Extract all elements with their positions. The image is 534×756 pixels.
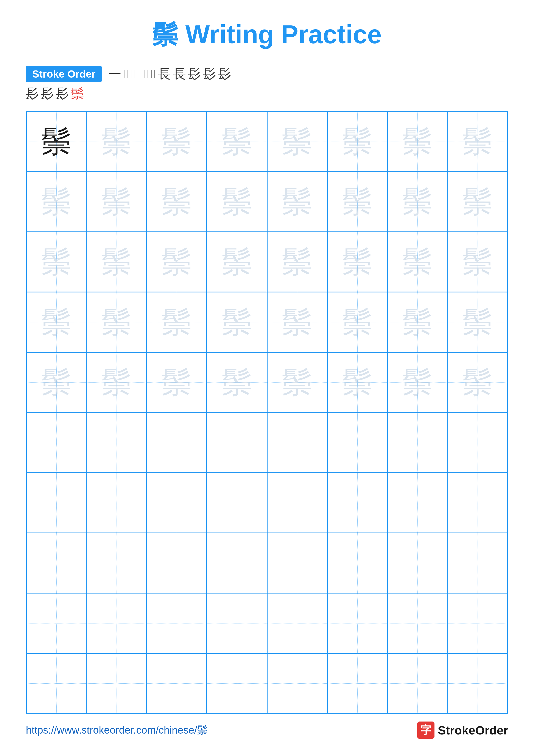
cell-character: 鬃 bbox=[101, 247, 132, 277]
grid-row: 鬃 鬃 鬃 鬃 鬃 鬃 鬃 鬃 bbox=[26, 352, 508, 413]
footer-url[interactable]: https://www.strokeorder.com/chinese/鬃 bbox=[26, 723, 207, 737]
grid-cell: 鬃 bbox=[207, 111, 267, 172]
cell-character: 鬃 bbox=[222, 187, 252, 217]
grid-cell-empty bbox=[327, 653, 387, 713]
grid-row-empty bbox=[26, 413, 508, 472]
grid-cell-empty bbox=[327, 533, 387, 593]
grid-cell: 鬃 bbox=[87, 232, 146, 292]
grid-cell: 鬃 bbox=[26, 292, 87, 352]
grid-cell-empty bbox=[87, 472, 146, 533]
grid-cell-empty bbox=[447, 413, 508, 472]
cell-character: 鬃 bbox=[463, 247, 493, 277]
cell-character: 鬃 bbox=[463, 307, 493, 337]
cell-character: 鬃 bbox=[222, 126, 252, 157]
grid-cell-empty bbox=[207, 593, 267, 653]
grid-row: 鬃 鬃 鬃 鬃 鬃 鬃 鬃 鬃 bbox=[26, 232, 508, 292]
stroke-step: 𠄑 bbox=[151, 67, 156, 81]
stroke-step: 髟 bbox=[218, 65, 231, 83]
grid-cell-empty bbox=[207, 413, 267, 472]
grid-cell: 鬃 bbox=[87, 172, 146, 232]
cell-character: 鬃 bbox=[282, 187, 312, 217]
stroke-steps-row1: 一 𠃌 𠃊 𠄌 𠄎 𠄑 長 長 髟 髟 髟 bbox=[108, 65, 231, 83]
grid-cell-empty bbox=[207, 472, 267, 533]
grid-cell-empty bbox=[87, 593, 146, 653]
grid-cell: 鬃 bbox=[147, 292, 207, 352]
grid-cell-empty bbox=[447, 472, 508, 533]
stroke-step-final: 鬃 bbox=[71, 85, 84, 102]
stroke-step: 髟 bbox=[188, 65, 201, 83]
cell-character: 鬃 bbox=[162, 187, 192, 217]
grid-cell-empty bbox=[267, 533, 327, 593]
cell-character: 鬃 bbox=[342, 247, 372, 277]
stroke-order-badge: Stroke Order bbox=[26, 66, 102, 82]
grid-cell-empty bbox=[207, 653, 267, 713]
cell-character: 鬃 bbox=[342, 126, 372, 157]
grid-cell-empty bbox=[267, 413, 327, 472]
grid-cell: 鬃 bbox=[26, 111, 87, 172]
cell-character: 鬃 bbox=[41, 126, 71, 157]
grid-cell: 鬃 bbox=[447, 232, 508, 292]
stroke-step: 長 bbox=[173, 65, 186, 83]
practice-grid: 鬃 鬃 鬃 鬃 鬃 鬃 鬃 鬃 鬃 鬃 鬃 鬃 鬃 鬃 鬃 鬃 鬃 鬃 鬃 鬃 … bbox=[26, 111, 508, 714]
grid-cell-empty bbox=[387, 472, 447, 533]
cell-character: 鬃 bbox=[342, 367, 372, 397]
grid-cell-empty bbox=[147, 413, 207, 472]
cell-character: 鬃 bbox=[402, 187, 433, 217]
grid-cell-empty bbox=[26, 533, 87, 593]
stroke-step: 𠄌 bbox=[137, 67, 142, 81]
grid-cell: 鬃 bbox=[387, 352, 447, 413]
cell-character: 鬃 bbox=[463, 367, 493, 397]
grid-cell: 鬃 bbox=[207, 292, 267, 352]
grid-cell-empty bbox=[387, 653, 447, 713]
cell-character: 鬃 bbox=[162, 126, 192, 157]
grid-cell-empty bbox=[26, 593, 87, 653]
footer-logo-text: StrokeOrder bbox=[438, 723, 508, 737]
grid-cell-empty bbox=[447, 653, 508, 713]
cell-character: 鬃 bbox=[342, 307, 372, 337]
grid-cell-empty bbox=[207, 533, 267, 593]
cell-character: 鬃 bbox=[101, 187, 132, 217]
stroke-step: 髟 bbox=[41, 85, 54, 102]
cell-character: 鬃 bbox=[402, 126, 433, 157]
cell-character: 鬃 bbox=[402, 247, 433, 277]
grid-cell-empty bbox=[327, 593, 387, 653]
grid-cell: 鬃 bbox=[26, 232, 87, 292]
grid-cell: 鬃 bbox=[267, 111, 327, 172]
cell-character: 鬃 bbox=[101, 307, 132, 337]
grid-row: 鬃 鬃 鬃 鬃 鬃 鬃 鬃 鬃 bbox=[26, 172, 508, 232]
grid-cell: 鬃 bbox=[267, 352, 327, 413]
grid-cell-empty bbox=[87, 533, 146, 593]
stroke-order-row-2: 髟 髟 髟 鬃 bbox=[26, 85, 508, 102]
grid-cell-empty bbox=[87, 413, 146, 472]
cell-character: 鬃 bbox=[342, 187, 372, 217]
cell-character: 鬃 bbox=[41, 307, 71, 337]
page-title: 鬃 Writing Practice bbox=[152, 17, 382, 52]
cell-character: 鬃 bbox=[41, 187, 71, 217]
grid-cell-empty bbox=[26, 472, 87, 533]
cell-character: 鬃 bbox=[162, 307, 192, 337]
cell-character: 鬃 bbox=[282, 126, 312, 157]
grid-cell-empty bbox=[447, 593, 508, 653]
grid-cell: 鬃 bbox=[207, 172, 267, 232]
footer-logo: 字 StrokeOrder bbox=[417, 721, 508, 739]
grid-row-empty bbox=[26, 472, 508, 533]
grid-cell: 鬃 bbox=[447, 111, 508, 172]
cell-character: 鬃 bbox=[463, 187, 493, 217]
cell-character: 鬃 bbox=[41, 247, 71, 277]
cell-character: 鬃 bbox=[101, 367, 132, 397]
page-container: 鬃 Writing Practice Stroke Order 一 𠃌 𠃊 𠄌 … bbox=[0, 0, 534, 756]
cell-character: 鬃 bbox=[463, 126, 493, 157]
cell-character: 鬃 bbox=[402, 367, 433, 397]
grid-cell-empty bbox=[267, 593, 327, 653]
grid-cell-empty bbox=[387, 413, 447, 472]
cell-character: 鬃 bbox=[101, 126, 132, 157]
grid-cell: 鬃 bbox=[387, 232, 447, 292]
grid-row-empty bbox=[26, 533, 508, 593]
cell-character: 鬃 bbox=[222, 367, 252, 397]
grid-cell: 鬃 bbox=[387, 172, 447, 232]
grid-cell-empty bbox=[26, 653, 87, 713]
cell-character: 鬃 bbox=[282, 247, 312, 277]
grid-cell-empty bbox=[327, 472, 387, 533]
grid-cell: 鬃 bbox=[207, 352, 267, 413]
cell-character: 鬃 bbox=[41, 367, 71, 397]
